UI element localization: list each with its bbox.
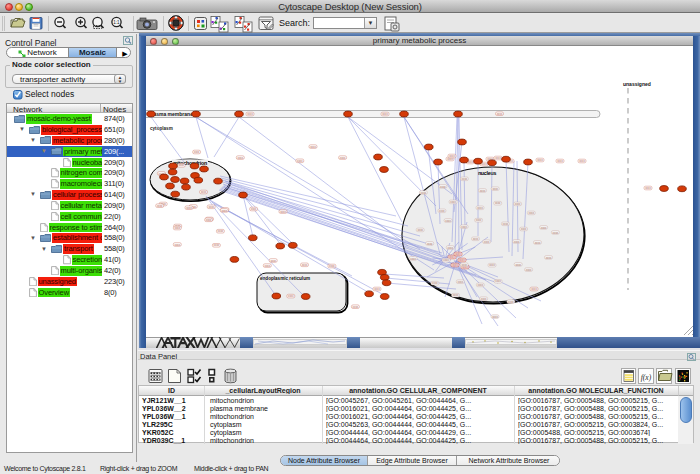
svg-text:cytoplasm: cytoplasm bbox=[150, 126, 173, 131]
svg-text:xxxx: xxxx bbox=[175, 243, 181, 247]
svg-text:xxxx: xxxx bbox=[478, 283, 484, 287]
svg-text:xxxx: xxxx bbox=[521, 227, 527, 231]
svg-text:xxxx: xxxx bbox=[515, 202, 521, 206]
svg-text:xxxx: xxxx bbox=[448, 246, 454, 250]
svg-text:xxxx: xxxx bbox=[218, 229, 224, 233]
svg-text:xxxx: xxxx bbox=[462, 177, 468, 181]
svg-text:xxxx: xxxx bbox=[157, 204, 163, 208]
svg-text:xxxx: xxxx bbox=[440, 185, 446, 189]
svg-text:xxxx: xxxx bbox=[288, 294, 294, 298]
svg-text:xxxx: xxxx bbox=[194, 150, 200, 154]
svg-text:xxxx: xxxx bbox=[452, 263, 458, 267]
svg-text:xxxx: xxxx bbox=[473, 237, 479, 241]
svg-text:xxxx: xxxx bbox=[476, 218, 482, 222]
svg-text:xxxx: xxxx bbox=[222, 209, 228, 213]
svg-text:xxxx: xxxx bbox=[178, 163, 184, 167]
svg-text:xxxx: xxxx bbox=[497, 112, 503, 116]
svg-text:xxxx: xxxx bbox=[495, 156, 501, 160]
svg-text:xxxx: xxxx bbox=[427, 242, 433, 246]
svg-text:xxxx: xxxx bbox=[484, 240, 490, 244]
svg-text:xxxx: xxxx bbox=[492, 315, 498, 319]
svg-text:xxxx: xxxx bbox=[340, 156, 346, 160]
svg-text:xxxx: xxxx bbox=[175, 226, 181, 230]
svg-text:xxxx: xxxx bbox=[297, 159, 303, 163]
svg-text:xxxx: xxxx bbox=[537, 158, 543, 162]
svg-text:xxxx: xxxx bbox=[201, 190, 207, 194]
svg-text:xxxx: xxxx bbox=[541, 226, 547, 230]
svg-text:xxxx: xxxx bbox=[206, 218, 212, 222]
svg-text:xxxx: xxxx bbox=[553, 231, 559, 235]
svg-text:xxxx: xxxx bbox=[382, 112, 388, 116]
svg-text:xxxx: xxxx bbox=[492, 187, 498, 191]
svg-text:xxxx: xxxx bbox=[417, 228, 423, 232]
svg-text:xxxx: xxxx bbox=[546, 256, 552, 260]
svg-text:xxxx: xxxx bbox=[529, 211, 535, 215]
svg-text:xxxx: xxxx bbox=[280, 210, 286, 214]
svg-text:xxxx: xxxx bbox=[443, 258, 449, 262]
svg-text:xxxx: xxxx bbox=[247, 112, 253, 116]
svg-text:xxxx: xxxx bbox=[535, 241, 541, 245]
svg-text:xxxx: xxxx bbox=[477, 206, 483, 210]
svg-text:xxxx: xxxx bbox=[214, 243, 220, 247]
svg-text:xxxx: xxxx bbox=[459, 258, 465, 262]
svg-text:xxxx: xxxx bbox=[265, 264, 271, 268]
svg-text:xxxx: xxxx bbox=[461, 225, 467, 229]
svg-text:xxxx: xxxx bbox=[557, 159, 563, 163]
svg-text:xxxx: xxxx bbox=[514, 240, 520, 244]
svg-text:xxxx: xxxx bbox=[450, 200, 456, 204]
svg-text:f(x): f(x) bbox=[641, 373, 652, 382]
svg-text:xxxx: xxxx bbox=[495, 201, 501, 205]
svg-text:xxxx: xxxx bbox=[251, 207, 257, 211]
svg-text:xxxx: xxxx bbox=[458, 280, 464, 284]
svg-text:xxxx: xxxx bbox=[531, 287, 537, 291]
svg-text:xxxx: xxxx bbox=[453, 293, 459, 297]
svg-text:xxxx: xxxx bbox=[310, 145, 316, 149]
svg-text:xxxx: xxxx bbox=[302, 263, 308, 267]
svg-text:1:1: 1:1 bbox=[113, 20, 120, 25]
svg-text:xxxx: xxxx bbox=[432, 281, 438, 285]
svg-text:xxxx: xxxx bbox=[186, 206, 192, 210]
svg-text:xxxx: xxxx bbox=[329, 264, 335, 268]
svg-text:xxxx: xxxx bbox=[208, 205, 214, 209]
svg-text:xxxx: xxxx bbox=[503, 222, 509, 226]
svg-text:xxxx: xxxx bbox=[579, 159, 585, 163]
svg-text:xxxx: xxxx bbox=[495, 279, 501, 283]
svg-text:xxxx: xxxx bbox=[461, 263, 467, 267]
svg-text:xxxx: xxxx bbox=[374, 287, 380, 291]
svg-text:xxxx: xxxx bbox=[526, 268, 532, 272]
svg-text:xxxx: xxxx bbox=[353, 305, 359, 309]
svg-text:xxxx: xxxx bbox=[445, 219, 451, 223]
svg-text:xxxx: xxxx bbox=[645, 186, 651, 190]
svg-text:xxxx: xxxx bbox=[439, 209, 445, 213]
svg-text:xxxx: xxxx bbox=[489, 263, 495, 267]
svg-text:xxxx: xxxx bbox=[410, 257, 416, 261]
svg-text:xxxx: xxxx bbox=[481, 297, 487, 301]
svg-text:xxxx: xxxx bbox=[455, 252, 461, 256]
svg-text:xxxx: xxxx bbox=[238, 156, 244, 160]
svg-text:xxxx: xxxx bbox=[421, 191, 427, 195]
svg-text:nucleus: nucleus bbox=[478, 170, 497, 176]
svg-text:xxxx: xxxx bbox=[270, 259, 276, 263]
svg-text:unassigned: unassigned bbox=[623, 81, 651, 87]
svg-text:xxxx: xxxx bbox=[515, 263, 521, 267]
svg-text:xxxx: xxxx bbox=[508, 300, 514, 304]
svg-text:xxxx: xxxx bbox=[480, 189, 486, 193]
svg-text:xxxx: xxxx bbox=[449, 154, 455, 158]
